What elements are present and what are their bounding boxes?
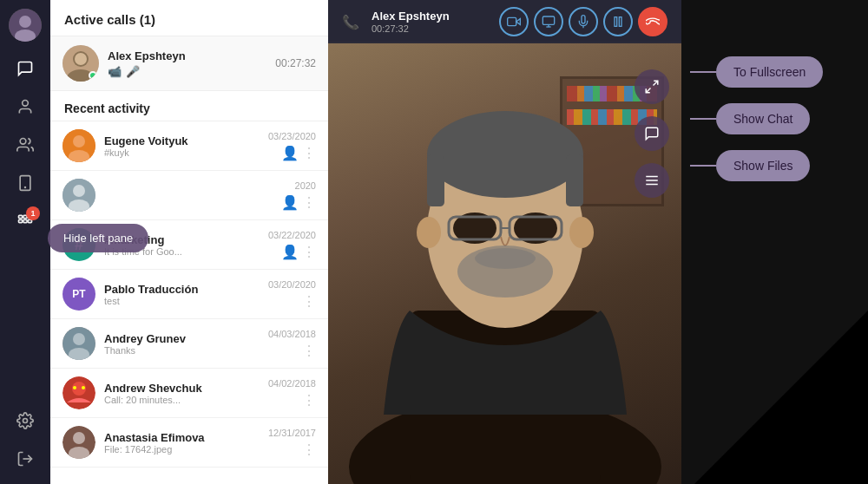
list-item[interactable]: PT Pablo Traducción test 03/20/2020 ⋮ [50, 270, 328, 319]
svg-rect-42 [619, 17, 621, 27]
activity-info: Andrew Shevchuk Call: 20 minutes... [104, 382, 260, 405]
activity-meta: 04/02/2018 ⋮ [268, 378, 316, 409]
person-icon: 👤 [281, 194, 299, 211]
list-item[interactable]: Eugene Voityuk #kuyk 03/23/2020 👤 ⋮ [50, 121, 328, 171]
video-area: 📞 Alex Epshteyn 00:27:32 [328, 0, 681, 484]
callout-panel: To Fullscreen Show Chat Show Files [681, 0, 868, 484]
activity-name: Andrey Grunev [104, 332, 260, 345]
sidebar-group-icon[interactable] [9, 128, 42, 161]
activity-date: 04/03/2018 [268, 329, 316, 339]
svg-point-58 [569, 217, 594, 248]
more-icon: ⋮ [302, 194, 316, 211]
notification-badge: 1 [26, 206, 40, 220]
sidebar-contacts-icon[interactable] [9, 90, 42, 123]
activity-actions: ⋮ [302, 293, 316, 310]
main-wrapper: 📞 Alex Epshteyn 00:27:32 [328, 0, 868, 484]
activity-meta: 04/03/2018 ⋮ [268, 329, 316, 359]
activity-preview: #kuyk [104, 147, 260, 158]
activity-actions: ⋮ [302, 343, 316, 359]
activity-preview: File: 17642.jpeg [104, 444, 260, 455]
video-header: 📞 Alex Epshteyn 00:27:32 [328, 0, 681, 43]
svg-line-60 [646, 88, 650, 93]
video-duration: 00:27:32 [372, 23, 450, 34]
recent-activity-header: Recent activity [50, 91, 328, 121]
fullscreen-callout: To Fullscreen [690, 56, 868, 88]
audio-icon: 🎤 [126, 65, 140, 78]
svg-point-57 [417, 217, 441, 248]
sidebar-dialpad-icon[interactable]: 1 [9, 205, 42, 238]
list-item[interactable]: Andrey Grunev Thanks 04/03/2018 ⋮ [50, 319, 328, 369]
active-call-card[interactable]: Alex Epshteyn 📹 🎤 00:27:32 [50, 36, 328, 91]
sidebar-chat-icon[interactable] [9, 52, 42, 85]
activity-avatar [62, 179, 95, 212]
svg-point-56 [475, 248, 536, 269]
mic-button[interactable] [569, 7, 598, 36]
sidebar-logout-icon[interactable] [9, 442, 42, 475]
activity-avatar: PT [62, 278, 95, 311]
svg-point-23 [73, 185, 85, 197]
show-files-callout-label: Show Files [716, 150, 810, 181]
more-icon: ⋮ [302, 441, 316, 458]
activity-date: 2020 [295, 180, 316, 191]
person-icon: 👤 [281, 145, 299, 161]
list-item[interactable]: 2020 👤 ⋮ [50, 171, 328, 220]
activity-name: Anastasia Efimova [104, 431, 260, 444]
activity-avatar [62, 426, 95, 459]
fullscreen-button[interactable] [635, 69, 669, 104]
svg-rect-7 [19, 215, 23, 218]
activity-date: 12/31/2017 [268, 428, 316, 438]
show-chat-callout-label: Show Chat [716, 103, 810, 134]
show-chat-callout: Show Chat [690, 103, 868, 134]
activity-info: Pablo Traducción test [104, 283, 260, 306]
person-icon: 👤 [281, 244, 299, 260]
activity-date: 04/02/2018 [268, 378, 316, 389]
screen-share-button[interactable] [534, 7, 563, 36]
sidebar: 1 [0, 0, 50, 484]
activity-list: Eugene Voityuk #kuyk 03/23/2020 👤 ⋮ [50, 121, 328, 484]
sidebar-phone-icon[interactable] [9, 167, 42, 199]
video-icon: 📹 [108, 65, 122, 78]
video-caller-name: Alex Epshteyn [372, 10, 450, 23]
activity-info: Eugene Voityuk #kuyk [104, 134, 260, 158]
list-item[interactable]: Anastasia Efimova File: 17642.jpeg 12/31… [50, 418, 328, 468]
svg-point-18 [75, 53, 87, 65]
svg-marker-35 [516, 19, 521, 25]
activity-name: Eugene Voityuk [104, 134, 260, 147]
svg-point-47 [427, 111, 583, 198]
svg-point-31 [82, 386, 85, 389]
svg-rect-41 [615, 17, 617, 27]
svg-point-30 [73, 386, 76, 389]
list-item[interactable]: Andrew Shevchuk Call: 20 minutes... 04/0… [50, 369, 328, 418]
caller-info: Alex Epshteyn 📹 🎤 [108, 49, 266, 78]
person-silhouette [340, 68, 670, 484]
caller-avatar [62, 45, 99, 82]
activity-name: Pablo Traducción [104, 283, 260, 296]
svg-point-4 [20, 139, 26, 145]
user-avatar[interactable] [9, 9, 42, 42]
video-toggle-button[interactable] [499, 7, 529, 36]
activity-avatar [62, 376, 95, 409]
active-calls-title: Active calls (1) [64, 12, 314, 27]
show-files-button[interactable] [635, 163, 669, 198]
svg-rect-48 [427, 154, 444, 206]
activity-actions: 👤 ⋮ [281, 244, 316, 260]
more-icon: ⋮ [302, 293, 316, 310]
svg-rect-37 [542, 16, 554, 24]
show-chat-button[interactable] [635, 116, 669, 151]
hide-pane-tooltip[interactable]: Hide left pane [48, 224, 148, 252]
svg-point-3 [23, 101, 29, 107]
online-indicator [89, 71, 97, 80]
activity-avatar [62, 129, 95, 162]
activity-meta: 03/23/2020 👤 ⋮ [268, 131, 316, 161]
svg-point-13 [23, 419, 28, 423]
end-call-button[interactable] [638, 7, 667, 36]
caller-name: Alex Epshteyn [108, 49, 266, 62]
activity-preview: Call: 20 minutes... [104, 395, 260, 405]
svg-rect-10 [19, 219, 23, 222]
activity-date: 03/23/2020 [268, 131, 316, 141]
pause-button[interactable] [603, 7, 633, 36]
svg-point-1 [19, 16, 31, 28]
activity-meta: 12/31/2017 ⋮ [268, 428, 316, 458]
sidebar-settings-icon[interactable] [9, 404, 42, 437]
caller-header-info: Alex Epshteyn 00:27:32 [372, 10, 450, 34]
